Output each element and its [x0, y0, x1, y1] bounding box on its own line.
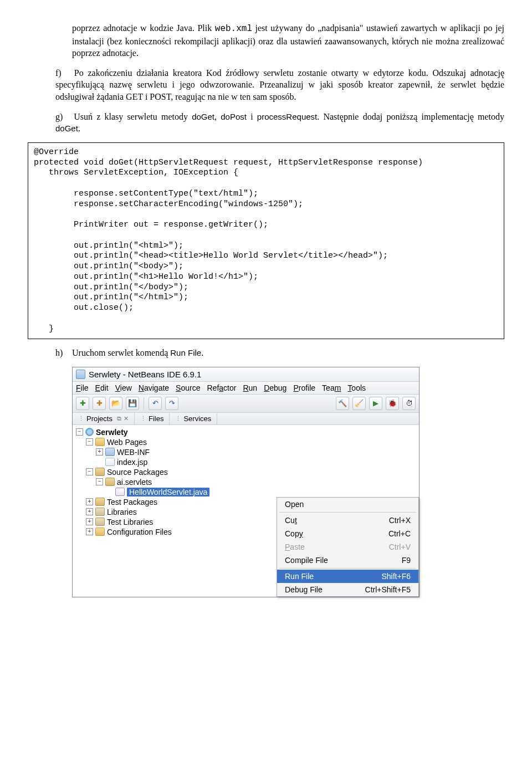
- build-icon[interactable]: 🔨: [336, 397, 349, 410]
- expand-icon[interactable]: +: [96, 448, 103, 456]
- folder-icon: [95, 528, 105, 536]
- expand-icon[interactable]: +: [86, 518, 93, 525]
- text-g-4: . Następnie dodaj poniższą implementację…: [317, 112, 504, 121]
- expand-icon[interactable]: +: [86, 498, 93, 505]
- profile-icon[interactable]: ⏱: [402, 397, 416, 410]
- collapse-icon[interactable]: −: [86, 468, 93, 475]
- ctx-separator: [279, 512, 416, 513]
- ctx-cut[interactable]: CutCtrl+X: [277, 514, 418, 527]
- ctx-compile[interactable]: Compile FileF9: [277, 554, 418, 567]
- tree-testpkg[interactable]: +Test Packages: [74, 497, 281, 507]
- package-folder-icon: [95, 468, 105, 476]
- run-icon[interactable]: ▶: [369, 397, 382, 410]
- text-g-5: .: [78, 124, 80, 133]
- text-h-2: .: [201, 348, 203, 357]
- command-runfile: Run File: [170, 348, 201, 357]
- expand-icon[interactable]: +: [86, 508, 93, 515]
- project-tree[interactable]: −Serwlety −Web Pages +WEB-INF index.jsp …: [73, 425, 282, 597]
- code-block: @Override protected void doGet(HttpServl…: [28, 142, 504, 340]
- menu-debug[interactable]: Debug: [264, 383, 287, 392]
- tab-services[interactable]: ⋮Services: [170, 413, 217, 424]
- clean-build-icon[interactable]: 🧹: [352, 397, 366, 410]
- tree-selected-file-label: HelloWorldServlet.java: [127, 488, 209, 497]
- tree-webpages[interactable]: −Web Pages: [74, 437, 281, 447]
- toolbar: ✚ ✚ 📂 💾 ↶ ↷ 🔨 🧹 ▶ 🐞 ⏱: [73, 395, 419, 413]
- grip-icon: ⋮: [140, 415, 146, 422]
- collapse-icon[interactable]: −: [96, 478, 103, 485]
- menu-view[interactable]: View: [115, 383, 132, 392]
- collapse-icon[interactable]: −: [86, 438, 93, 446]
- menu-navigate[interactable]: Navigate: [139, 383, 169, 392]
- ctx-open-label: Open: [285, 500, 304, 509]
- context-menu[interactable]: Open CutCtrl+X CopyCtrl+C PasteCtrl+V Co…: [277, 497, 419, 597]
- menu-team[interactable]: Team: [322, 383, 341, 392]
- tree-indexjsp[interactable]: index.jsp: [74, 457, 281, 467]
- tab-files-label: Files: [149, 414, 163, 423]
- ctx-cut-shortcut: Ctrl+X: [389, 516, 411, 525]
- ctx-debug-label: Debug File: [285, 585, 323, 594]
- list-item-h: h) Uruchom serwlet komendą Run File.: [55, 347, 504, 359]
- panel-tabs: ⋮Projects⧉✕ ⋮Files ⋮Services: [73, 413, 419, 425]
- debug-icon[interactable]: 🐞: [386, 397, 399, 410]
- ctx-open[interactable]: Open: [277, 498, 418, 511]
- grip-icon: ⋮: [78, 415, 84, 422]
- ctx-debug-file[interactable]: Debug FileCtrl+Shift+F5: [277, 583, 418, 596]
- menu-run[interactable]: Run: [243, 383, 257, 392]
- undo-icon[interactable]: ↶: [149, 397, 162, 410]
- new-project-icon[interactable]: ✚: [93, 397, 106, 410]
- redo-icon[interactable]: ↷: [165, 397, 178, 410]
- package-icon: [105, 478, 115, 486]
- tab-services-label: Services: [183, 414, 211, 423]
- minimize-icon[interactable]: ⧉: [117, 415, 121, 422]
- file-icon: [105, 458, 115, 466]
- tree-srcpkg[interactable]: −Source Packages: [74, 467, 281, 477]
- text-g-1: Usuń z klasy serwletu metody: [74, 112, 192, 121]
- method-processrequest: processRequest: [257, 112, 317, 121]
- project-icon: [85, 428, 94, 436]
- titlebar: Serwlety - NetBeans IDE 6.9.1: [73, 367, 419, 382]
- tree-root[interactable]: −Serwlety: [74, 427, 281, 437]
- tree-webinf[interactable]: +WEB-INF: [74, 447, 281, 457]
- menu-profile[interactable]: Profile: [293, 383, 315, 392]
- tree-indexjsp-label: index.jsp: [117, 458, 147, 467]
- text-f: Po zakończeniu działania kreatora Kod źr…: [55, 68, 504, 101]
- ctx-copy-label: Copy: [285, 529, 303, 538]
- method-dopost: doPost: [221, 112, 247, 121]
- tree-package-label: ai.servlets: [117, 478, 152, 487]
- folder-icon: [105, 448, 115, 456]
- tree-conf[interactable]: +Configuration Files: [74, 527, 281, 537]
- tree-webpages-label: Web Pages: [107, 438, 147, 447]
- libraries-icon: [95, 518, 105, 526]
- menu-tools[interactable]: Tools: [347, 383, 366, 392]
- ctx-debug-shortcut: Ctrl+Shift+F5: [365, 585, 411, 594]
- collapse-icon[interactable]: −: [76, 428, 83, 436]
- menu-refactor[interactable]: Refactor: [207, 383, 236, 392]
- new-file-icon[interactable]: ✚: [76, 397, 89, 410]
- intro-code: web.xml: [215, 24, 252, 34]
- ctx-copy[interactable]: CopyCtrl+C: [277, 527, 418, 540]
- ctx-run-file[interactable]: Run FileShift+F6: [277, 570, 418, 583]
- expand-icon[interactable]: +: [86, 528, 93, 535]
- menu-file[interactable]: File: [76, 383, 89, 392]
- save-icon[interactable]: 💾: [126, 397, 139, 410]
- tree-root-label: Serwlety: [96, 428, 128, 437]
- toolbar-separator: [144, 397, 144, 410]
- text-g-3: i: [247, 112, 257, 121]
- tab-files[interactable]: ⋮Files: [135, 413, 170, 424]
- method-doget2: doGet: [55, 124, 78, 133]
- tree-libs-label: Libraries: [107, 508, 137, 516]
- menu-edit[interactable]: Edit: [95, 383, 109, 392]
- intro-text-a: poprzez adnotacje w kodzie Java. Plik: [72, 23, 215, 33]
- tab-projects[interactable]: ⋮Projects⧉✕: [73, 413, 135, 424]
- open-icon[interactable]: 📂: [109, 397, 122, 410]
- method-doget: doGet: [192, 112, 214, 121]
- tree-package[interactable]: −ai.servlets: [74, 477, 281, 487]
- menu-source[interactable]: Source: [176, 383, 200, 392]
- list-item-g: g) Usuń z klasy serwletu metody doGet, d…: [55, 111, 504, 135]
- tree-conf-label: Configuration Files: [107, 528, 172, 536]
- close-icon[interactable]: ✕: [124, 415, 129, 422]
- folder-icon: [95, 438, 105, 446]
- tree-testlibs[interactable]: +Test Libraries: [74, 517, 281, 527]
- tree-libs[interactable]: +Libraries: [74, 507, 281, 517]
- tree-selected-file[interactable]: HelloWorldServlet.java: [74, 487, 281, 497]
